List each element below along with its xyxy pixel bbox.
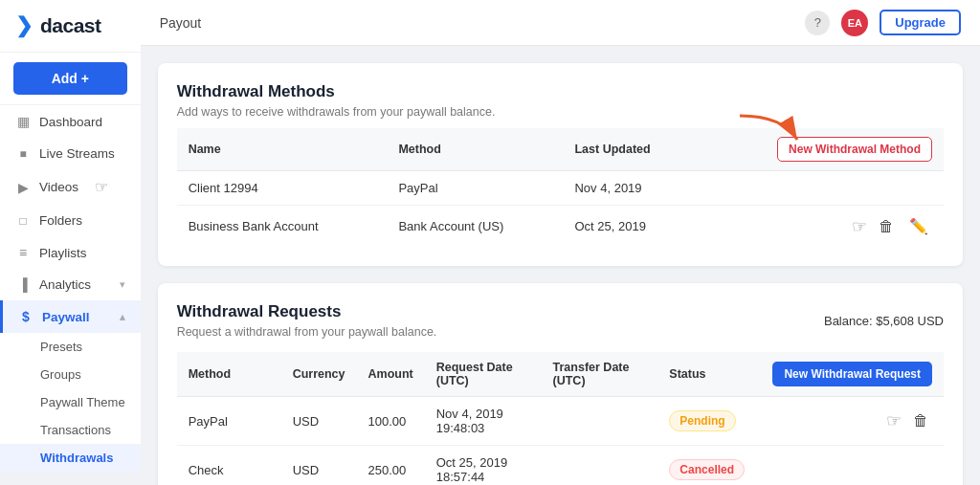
sidebar-item-videos[interactable]: ▶ Videos ☞ <box>0 169 141 205</box>
col-request-date: Request Date (UTC) <box>425 352 542 397</box>
row-amount: 250.00 <box>357 446 425 486</box>
table-row: Client 12994 PayPal Nov 4, 2019 <box>177 171 944 206</box>
videos-icon: ▶ <box>15 180 31 195</box>
row-currency: USD <box>281 446 357 486</box>
cursor-hand-icon: ☞ <box>852 216 867 237</box>
upgrade-button[interactable]: Upgrade <box>880 10 961 35</box>
sidebar-subitem-withdrawals[interactable]: Withdrawals <box>0 444 141 472</box>
row-request-date: Oct 25, 2019 18:57:44 <box>425 446 542 486</box>
row-method: Bank Account (US) <box>387 206 563 248</box>
status-badge: Pending <box>669 410 735 431</box>
avatar[interactable]: EA <box>841 10 868 36</box>
row-name: Business Bank Account <box>177 206 388 248</box>
col-name: Name <box>177 128 388 171</box>
row-actions <box>699 171 944 206</box>
paywall-icon: $ <box>18 309 33 324</box>
row-request-date: Nov 4, 2019 19:48:03 <box>425 397 542 446</box>
help-button[interactable]: ? <box>805 11 830 35</box>
withdrawal-methods-header: Withdrawal Methods Add ways to receive w… <box>177 82 944 119</box>
analytics-icon: ▐ <box>15 277 31 292</box>
row-transfer-date <box>542 397 658 446</box>
delete-button[interactable]: 🗑 <box>875 216 898 237</box>
sidebar-item-live-streams[interactable]: ■ Live Streams <box>0 138 141 169</box>
sidebar-item-dashboard[interactable]: ▦ Dashboard <box>0 105 141 138</box>
withdrawal-methods-table: Name Method Last Updated New Withdrawal … <box>177 128 944 247</box>
sidebar-item-label: Analytics <box>39 277 91 292</box>
page-header: Payout ? EA Upgrade <box>141 0 980 46</box>
row-last-updated: Nov 4, 2019 <box>563 171 699 206</box>
withdrawal-requests-header-row: Withdrawal Requests Request a withdrawal… <box>177 302 944 339</box>
sidebar-item-label: Videos <box>39 180 78 194</box>
sidebar-subnav: Presets Groups Paywall Theme Transaction… <box>0 333 141 472</box>
col-new-request: New Withdrawal Request <box>761 352 944 397</box>
sidebar-item-label: Live Streams <box>39 146 115 161</box>
chevron-up-icon: ▴ <box>120 311 125 323</box>
row-method: Check <box>177 446 281 486</box>
row-currency: USD <box>281 397 357 446</box>
row-actions <box>761 446 944 486</box>
sidebar-item-label: Playlists <box>39 246 87 260</box>
playlists-icon: ≡ <box>15 245 31 260</box>
sidebar-subitem-groups[interactable]: Groups <box>0 361 141 388</box>
col-transfer-date: Transfer Date (UTC) <box>542 352 658 397</box>
withdrawal-requests-subtitle: Request a withdrawal from your paywall b… <box>177 325 437 339</box>
folders-icon: □ <box>15 214 31 228</box>
live-streams-icon: ■ <box>15 147 31 161</box>
table-row: PayPal USD 100.00 Nov 4, 2019 19:48:03 P… <box>177 397 944 446</box>
sidebar-item-paywall[interactable]: $ Paywall ▴ <box>0 300 141 333</box>
page-title: Payout <box>160 15 202 31</box>
col-currency: Currency <box>281 352 357 397</box>
cursor-hand-icon: ☞ <box>886 410 902 431</box>
withdrawal-requests-card: Withdrawal Requests Request a withdrawal… <box>158 283 963 485</box>
new-withdrawal-request-button[interactable]: New Withdrawal Request <box>772 362 932 386</box>
col-last-updated: Last Updated <box>563 128 699 171</box>
sidebar-subitem-transactions[interactable]: Transactions <box>0 416 141 444</box>
sidebar-item-analytics[interactable]: ▐ Analytics ▾ <box>0 269 141 300</box>
row-transfer-date <box>542 446 658 486</box>
sidebar-item-playlists[interactable]: ≡ Playlists <box>0 236 141 269</box>
sidebar-logo: ❯ dacast <box>0 0 141 53</box>
sidebar: ❯ dacast Add + ▦ Dashboard ■ Live Stream… <box>0 0 141 485</box>
videos-cursor: ☞ <box>95 178 108 196</box>
col-method: Method <box>387 128 563 171</box>
table-row: Check USD 250.00 Oct 25, 2019 18:57:44 C… <box>177 446 944 486</box>
status-badge: Cancelled <box>669 459 745 480</box>
dashboard-icon: ▦ <box>15 114 31 129</box>
row-name: Client 12994 <box>177 171 388 206</box>
content-area: Withdrawal Methods Add ways to receive w… <box>141 46 980 485</box>
edit-button[interactable]: ✏️ <box>905 215 932 237</box>
delete-button[interactable]: 🗑 <box>909 410 932 431</box>
balance-text: Balance: $5,608 USD <box>824 314 944 328</box>
row-status: Cancelled <box>657 446 761 486</box>
row-actions: ☞ 🗑 <box>761 397 944 446</box>
row-status: Pending <box>657 397 761 446</box>
sidebar-subitem-paywall-theme[interactable]: Paywall Theme <box>0 388 141 416</box>
row-method: PayPal <box>387 171 563 206</box>
row-actions: ☞ 🗑 ✏️ <box>699 206 944 248</box>
withdrawal-requests-table: Method Currency Amount Request Date (UTC… <box>177 352 944 485</box>
sidebar-subitem-presets[interactable]: Presets <box>0 333 141 361</box>
arrow-annotation <box>735 111 802 154</box>
sidebar-nav: ▦ Dashboard ■ Live Streams ▶ Videos ☞ □ … <box>0 105 141 472</box>
row-method: PayPal <box>177 397 281 446</box>
question-mark-icon: ? <box>814 15 821 30</box>
chevron-down-icon: ▾ <box>120 278 125 291</box>
col-method: Method <box>177 352 281 397</box>
withdrawal-methods-title: Withdrawal Methods <box>177 82 496 101</box>
logo-icon: ❯ <box>15 13 33 38</box>
withdrawal-methods-card: Withdrawal Methods Add ways to receive w… <box>158 63 963 266</box>
sidebar-item-label: Folders <box>39 213 82 228</box>
col-status: Status <box>657 352 761 397</box>
header-right: ? EA Upgrade <box>805 10 961 36</box>
col-amount: Amount <box>357 352 425 397</box>
table-row: Business Bank Account Bank Account (US) … <box>177 206 944 248</box>
add-button[interactable]: Add + <box>13 62 127 95</box>
withdrawal-requests-title: Withdrawal Requests <box>177 302 437 321</box>
withdrawal-methods-subtitle: Add ways to receive withdrawals from you… <box>177 105 496 119</box>
logo-text: dacast <box>40 14 101 37</box>
row-amount: 100.00 <box>357 397 425 446</box>
sidebar-item-label: Dashboard <box>39 115 102 129</box>
row-last-updated: Oct 25, 2019 <box>563 206 699 248</box>
sidebar-item-folders[interactable]: □ Folders <box>0 205 141 236</box>
sidebar-item-label: Paywall <box>42 310 90 324</box>
